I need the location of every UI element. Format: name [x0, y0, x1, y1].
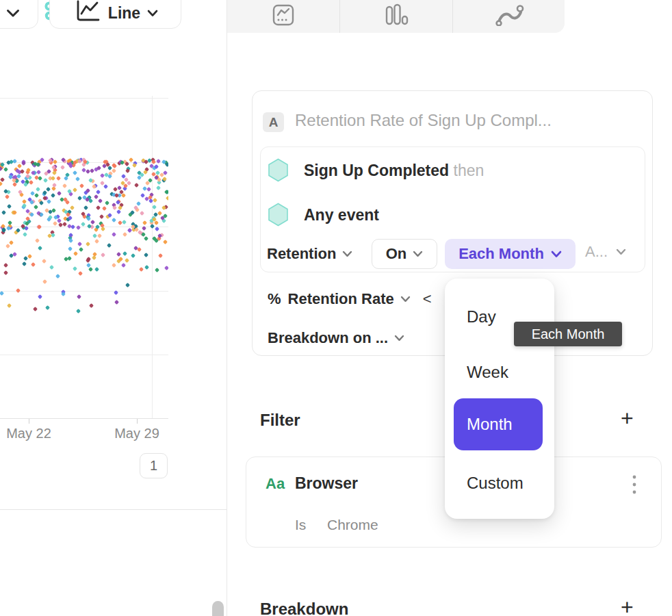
scatter-point	[130, 209, 135, 214]
filter-value[interactable]: Chrome	[327, 517, 378, 533]
scatter-point	[68, 238, 73, 243]
chevron-down-icon	[6, 9, 20, 18]
scatter-point	[73, 188, 77, 192]
scatter-point	[70, 205, 75, 210]
truncated-dropdown[interactable]: A...	[585, 243, 626, 261]
scatter-point	[53, 221, 57, 226]
on-label: On	[386, 245, 407, 263]
scatter-point	[16, 288, 21, 293]
interval-menu: Day Week Month Custom	[445, 279, 554, 519]
scatter-point	[1, 227, 6, 232]
scatter-point	[90, 219, 95, 224]
scatter-point	[112, 164, 117, 168]
add-breakdown-button[interactable]: +	[621, 598, 634, 616]
chevron-down-icon	[616, 248, 626, 255]
pagination-page-button[interactable]: 1	[140, 453, 168, 478]
tab-flow[interactable]	[453, 0, 565, 33]
interval-dropdown-button[interactable]: Each Month	[445, 239, 576, 269]
scrollbar-thumb[interactable]	[212, 601, 224, 616]
scatter-point	[101, 253, 105, 257]
retention-rate-dropdown[interactable]: Retention Rate	[288, 290, 411, 308]
string-property-icon: Aa	[266, 475, 285, 493]
scatter-point	[99, 214, 104, 219]
scatter-point	[158, 253, 163, 258]
scatter-point	[9, 240, 14, 245]
scatter-point	[125, 258, 129, 263]
event-step-2[interactable]: Any event	[304, 206, 379, 224]
scatter-point	[22, 261, 27, 266]
scatter-point	[96, 190, 101, 194]
add-filter-button[interactable]: +	[621, 409, 634, 427]
scatter-point	[12, 210, 17, 215]
scatter-point	[122, 220, 127, 224]
scatter-point	[36, 170, 41, 175]
scatter-point	[163, 240, 168, 244]
scatter-point	[47, 199, 51, 204]
scatter-point	[107, 243, 112, 248]
menu-item-week[interactable]: Week	[467, 363, 508, 382]
scatter-point	[43, 178, 48, 183]
scatter-point	[51, 193, 55, 198]
scatter-point	[92, 233, 97, 238]
scatter-point	[142, 220, 147, 225]
scatter-point	[23, 232, 27, 237]
scatter-point	[144, 265, 149, 270]
kebab-menu-icon[interactable]	[629, 472, 640, 500]
event-hexagon-icon	[268, 203, 289, 229]
filter-operator[interactable]: Is	[295, 517, 306, 533]
scatter-point	[114, 290, 118, 295]
scatter-point	[7, 204, 12, 209]
scatter-point	[36, 187, 40, 192]
event-step-1[interactable]: Sign Up Completed then	[304, 162, 484, 180]
scatter-point	[127, 181, 131, 185]
scatter-point	[38, 294, 42, 299]
tab-line-chart[interactable]	[227, 0, 339, 33]
x-axis-label: May 29	[106, 426, 168, 441]
tab-bar-chart[interactable]	[340, 0, 452, 33]
event-name: Any event	[304, 206, 379, 224]
scatter-point	[156, 185, 161, 190]
scatter-point	[162, 177, 167, 181]
percent-symbol: %	[268, 290, 281, 308]
page-number: 1	[150, 458, 157, 474]
scatter-point	[166, 196, 168, 201]
menu-item-day[interactable]: Day	[467, 307, 496, 326]
scatter-point	[121, 263, 126, 268]
menu-item-month-selected[interactable]: Month	[454, 398, 543, 450]
measure-row: % Retention Rate <	[268, 290, 432, 308]
scatter-point	[51, 208, 56, 213]
scatter-point	[7, 303, 12, 308]
chevron-down-icon	[551, 251, 562, 258]
on-dropdown-button[interactable]: On	[372, 239, 437, 269]
window-stepper-prev[interactable]: <	[423, 290, 432, 308]
scatter-point	[102, 205, 107, 210]
scatter-point	[78, 247, 83, 252]
menu-item-custom[interactable]: Custom	[467, 474, 524, 493]
query-title[interactable]: Retention Rate of Sign Up Compl...	[295, 111, 552, 130]
scatter-point	[73, 266, 77, 271]
collapsed-dropdown-button[interactable]	[0, 0, 38, 29]
truncated-label: A...	[585, 243, 608, 261]
scatter-point	[77, 196, 82, 201]
each-month-tooltip: Each Month	[514, 322, 622, 346]
retention-rate-label: Retention Rate	[288, 290, 394, 308]
scatter-point	[146, 187, 151, 192]
filter-property-name[interactable]: Browser	[295, 474, 358, 493]
badge-letter: A	[269, 115, 279, 130]
retention-metric-dropdown[interactable]: Retention	[267, 245, 352, 263]
chevron-down-icon	[413, 251, 423, 257]
retention-scatter-chart[interactable]	[0, 96, 168, 419]
h-gridline	[0, 98, 168, 99]
scatter-point	[88, 267, 93, 272]
scatter-point	[129, 157, 133, 162]
scatter-point	[77, 242, 82, 246]
scatter-point	[55, 274, 60, 279]
flow-squiggle-icon	[494, 4, 524, 29]
scatter-point	[157, 211, 162, 216]
breakdown-on-dropdown[interactable]: Breakdown on ...	[268, 329, 404, 347]
scatter-point	[94, 194, 99, 199]
scatter-point	[140, 211, 144, 216]
scatter-point	[73, 170, 77, 175]
chart-type-button[interactable]: Line	[49, 0, 181, 29]
section-divider	[0, 509, 227, 510]
